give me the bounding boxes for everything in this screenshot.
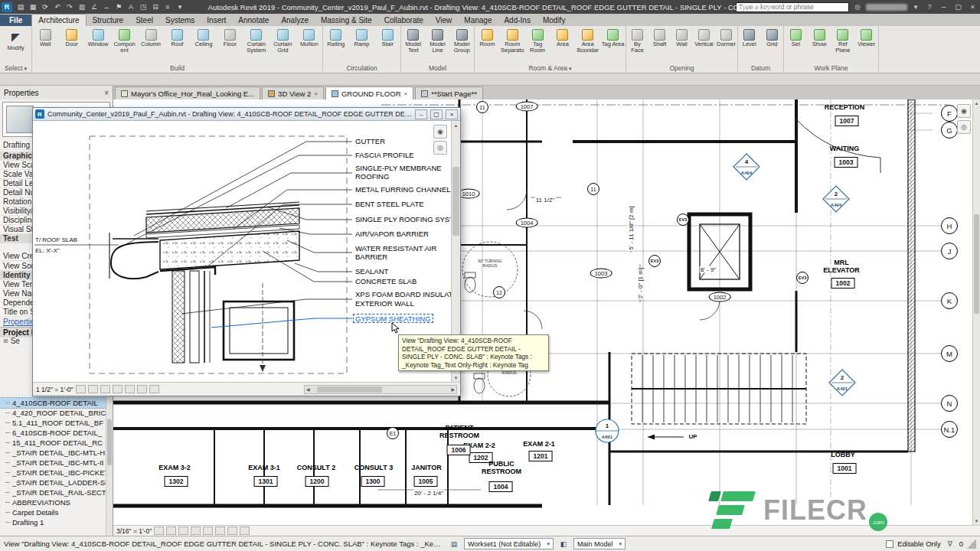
curtain-grid-button[interactable]: Curtain Grid: [270, 28, 296, 64]
editable-only-checkbox[interactable]: [886, 540, 893, 548]
zoom-icon[interactable]: ◎: [433, 141, 447, 155]
browser-item-drafting-view[interactable]: 4_410SCB-ROOF DETAIL: [0, 398, 106, 408]
shaft-button[interactable]: Shaft: [648, 28, 671, 64]
worksets-icon[interactable]: ▤: [449, 539, 459, 549]
keynote-tag[interactable]: AIR/VAPOR BARRIER: [355, 230, 429, 239]
model-line-button[interactable]: Model Line: [426, 28, 450, 64]
print-icon[interactable]: ▥: [76, 1, 88, 13]
ev-tag[interactable]: EV3: [796, 272, 808, 284]
ev-tag[interactable]: EV3: [648, 255, 661, 267]
room-tag[interactable]: 1302: [165, 476, 188, 487]
panel-menu-arrow-icon[interactable]: ▾: [569, 66, 572, 71]
measure-icon[interactable]: ∠: [88, 1, 100, 13]
section-callout[interactable]: 2 A401: [828, 369, 856, 396]
wall-opening-button[interactable]: Wall: [671, 28, 693, 64]
tab-systems[interactable]: Systems: [159, 15, 201, 26]
room-tag[interactable]: 1004: [489, 481, 513, 492]
ev-tag[interactable]: EV3: [677, 214, 689, 226]
keynote-tag[interactable]: GUTTER: [355, 137, 385, 146]
level-label[interactable]: T/ ROOF SLAB: [35, 236, 77, 243]
browser-item-drafting-view[interactable]: _STAIR DETAIL_IBC-MTL-II: [0, 458, 106, 468]
floor-button[interactable]: Floor: [217, 28, 243, 64]
default-3d-view-icon[interactable]: ◳: [137, 1, 149, 13]
window-minimize-button[interactable]: –: [415, 109, 427, 119]
room-tag[interactable]: 1201: [529, 451, 553, 461]
browser-item-drafting-view[interactable]: 6_410SCB-ROOF DETAIL_: [0, 428, 106, 438]
dimension-text[interactable]: 11 1/2": [535, 197, 556, 204]
dimension-text[interactable]: 2' - 0" [1 m]: [637, 267, 644, 299]
save-icon[interactable]: ▦: [27, 1, 39, 13]
section-callout[interactable]: 4 A404: [733, 153, 760, 181]
room-tag[interactable]: 1007: [835, 116, 859, 126]
view-tab-ground-floor[interactable]: GROUND FLOOR×: [325, 86, 413, 99]
scroll-down-icon[interactable]: ▼: [452, 373, 460, 382]
vertical-opening-button[interactable]: Vertical: [693, 28, 715, 64]
qat-dropdown-icon[interactable]: ▾: [174, 1, 186, 13]
panel-menu-arrow-icon[interactable]: ▾: [24, 66, 28, 71]
expand-icon[interactable]: ⊞: [3, 337, 8, 344]
elevation-callout[interactable]: 1 A601: [593, 417, 621, 445]
room-tag[interactable]: 1300: [361, 476, 385, 487]
reveal-hidden-elements-icon[interactable]: [240, 527, 250, 535]
scroll-up-icon[interactable]: ▲: [973, 99, 980, 107]
window-close-button[interactable]: ×: [446, 109, 458, 119]
scale-button[interactable]: 3/16" = 1'-0": [116, 527, 152, 535]
scrollbar-thumb[interactable]: [317, 386, 382, 393]
tab-file[interactable]: File: [0, 15, 31, 26]
tab-collaborate[interactable]: Collaborate: [378, 15, 430, 26]
wall-button[interactable]: Wall: [32, 28, 58, 64]
grid-ref-tag[interactable]: 12: [493, 286, 505, 298]
section-icon[interactable]: ⊟: [149, 1, 162, 13]
aligned-dimension-icon[interactable]: ↔: [100, 1, 113, 13]
crop-view-icon[interactable]: [203, 527, 213, 535]
drafting-view-window[interactable]: R Community_Center_v2019_Paul_F_Aubin.rv…: [32, 107, 461, 396]
modify-button[interactable]: ◤Modify: [0, 28, 31, 64]
signed-in-user[interactable]: [866, 4, 907, 11]
curtain-system-button[interactable]: Curtain System: [243, 28, 270, 64]
room-label[interactable]: PUBLIC RESTROOM: [479, 461, 524, 475]
tab-addins[interactable]: Add-Ins: [498, 15, 536, 26]
viewer-button[interactable]: Viewer: [854, 28, 878, 64]
window-button[interactable]: Window: [85, 28, 111, 64]
project-browser-node[interactable]: ⊞Se: [3, 337, 20, 345]
dimension-text[interactable]: 20' - 2 1/4": [413, 490, 444, 497]
properties-palette-header[interactable]: Properties ×: [0, 86, 113, 99]
ceiling-button[interactable]: Ceiling: [191, 28, 217, 64]
browser-item-drafting-view[interactable]: _STAIR DETAIL_LADDER-SI: [0, 478, 106, 487]
door-tag[interactable]: 1002: [709, 292, 731, 302]
resize-grip[interactable]: [967, 540, 976, 549]
drafting-window-titlebar[interactable]: R Community_Center_v2019_Paul_F_Aubin.rv…: [33, 108, 460, 121]
visual-style-icon[interactable]: [88, 385, 98, 393]
tab-modify[interactable]: Modify: [537, 15, 571, 26]
view-tab-3d[interactable]: 3D View 2×: [262, 86, 324, 99]
undo-icon[interactable]: ↶: [51, 1, 64, 13]
dimension-text[interactable]: 8' - 9": [700, 266, 717, 273]
thin-lines-icon[interactable]: ≡: [162, 1, 174, 13]
roof-button[interactable]: Roof: [164, 28, 190, 64]
detail-level-icon[interactable]: [76, 385, 86, 393]
text-icon[interactable]: A: [125, 1, 137, 13]
browser-item-drafting-view[interactable]: 5.1_411_ROOF DETAIL_BF: [0, 418, 106, 428]
zoom-icon[interactable]: ◎: [957, 120, 971, 134]
tab-massing-site[interactable]: Massing & Site: [315, 15, 378, 26]
tab-structure[interactable]: Structure: [87, 15, 130, 26]
grid-bubble[interactable]: M: [941, 345, 958, 362]
crop-region-visible-icon[interactable]: [215, 527, 225, 535]
scrollbar-thumb[interactable]: [974, 214, 979, 314]
sync-icon[interactable]: ⟳: [39, 1, 51, 13]
room-label[interactable]: PATIENT RESTROOM: [436, 425, 483, 439]
section-callout[interactable]: 2 A404: [822, 185, 850, 213]
steering-wheel-icon[interactable]: ◉: [957, 104, 971, 118]
detail-level-icon[interactable]: [154, 527, 164, 535]
area-button[interactable]: Area: [550, 28, 575, 64]
room-tag[interactable]: 1005: [414, 476, 438, 487]
design-options-icon[interactable]: ◧: [558, 539, 569, 549]
tab-analyze[interactable]: Analyze: [275, 15, 315, 26]
open-icon[interactable]: ▤: [15, 1, 27, 13]
component-button[interactable]: Component: [111, 28, 137, 64]
tab-architecture[interactable]: Architecture: [31, 14, 86, 26]
canvas-vertical-scrollbar[interactable]: ▲ ▼: [972, 99, 980, 525]
room-tag[interactable]: 1200: [305, 476, 329, 487]
close-button[interactable]: ×: [967, 2, 978, 12]
keynote-tag[interactable]: METAL FURRING CHANNEL: [355, 185, 451, 194]
